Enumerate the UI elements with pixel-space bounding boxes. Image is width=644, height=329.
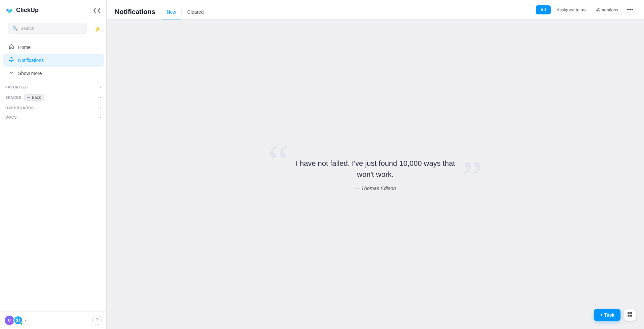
tab-cleared-label: Cleared [187,9,204,15]
grid-icon [627,311,633,319]
online-status-dot [20,322,23,325]
show-more-icon [8,70,15,77]
main-header: Notifications New Cleared All Assigned t… [107,0,644,19]
sidebar: ClickUp ❮❮ 🔍 Search ⚡ Home Notifications [0,0,107,329]
grid-view-button[interactable] [624,309,636,321]
sidebar-item-show-more-label: Show more [18,71,42,76]
open-quote-mark: “ [268,138,289,185]
docs-label: DOCS [5,115,17,119]
spaces-label: SPACES [5,95,21,100]
sidebar-item-notifications[interactable]: Notifications [3,54,104,67]
avatar-u-wrapper: U [5,316,14,325]
close-quote-mark: ” [462,154,483,201]
sidebar-section-docs[interactable]: DOCS › [0,112,106,121]
main-content-area: Notifications New Cleared All Assigned t… [107,0,644,329]
tab-new[interactable]: New [162,5,181,19]
sidebar-item-show-more[interactable]: Show more [3,67,104,80]
back-button[interactable]: ↩ Back [24,94,44,101]
sidebar-item-notifications-label: Notifications [18,58,44,63]
notifications-icon [8,57,15,64]
search-bar[interactable]: 🔍 Search [8,23,87,34]
fab-area: + Task [594,309,636,321]
spaces-left: SPACES ↩ Back [5,94,44,101]
quote-text: I have not failed. I've just found 10,00… [288,158,463,180]
svg-rect-2 [628,315,630,317]
quote-author: — Thomas Edison [288,185,463,191]
favorites-expand-icon: › [100,85,101,89]
tab-list: New Cleared [162,5,208,19]
nav-items: Home Notifications Show more [0,39,106,81]
page-title: Notifications [115,8,155,16]
dashboards-expand-icon: › [100,106,101,110]
svg-rect-0 [628,312,630,314]
help-button[interactable]: ? [92,316,102,325]
dashboards-label: DASHBOARDS [5,106,34,110]
home-icon [8,44,15,51]
svg-rect-1 [630,312,632,314]
mentions-button[interactable]: @mentions [593,5,622,14]
logo-text: ClickUp [16,7,39,14]
tab-cleared[interactable]: Cleared [182,5,208,19]
quote-container: “ I have not failed. I've just found 10,… [275,144,476,204]
assigned-to-me-button[interactable]: Assigned to me [553,5,590,14]
sidebar-section-dashboards[interactable]: DASHBOARDS › [0,102,106,112]
tab-new-label: New [167,9,176,15]
avatar-u: U [5,316,14,325]
lightning-button[interactable]: ⚡ [93,24,102,34]
avatar-dropdown-icon[interactable]: ▾ [25,318,27,323]
spaces-expand-icon: › [100,95,101,100]
header-right: All Assigned to me @mentions ••• [536,5,636,19]
avatar-sj-wrapper: SJ [16,316,23,325]
more-options-icon: ••• [627,6,633,13]
favorites-label: FAVORITES [5,85,28,89]
empty-state-container: “ I have not failed. I've just found 10,… [107,19,644,329]
search-icon: 🔍 [12,26,18,31]
add-task-button[interactable]: + Task [594,309,621,321]
svg-rect-3 [630,315,632,317]
sidebar-item-home-label: Home [18,45,31,50]
back-label: Back [32,95,41,100]
sidebar-section-spaces-row[interactable]: SPACES ↩ Back › [0,91,106,102]
search-placeholder: Search [20,26,83,31]
all-filter-button[interactable]: All [536,5,551,14]
sidebar-header: ClickUp ❮❮ [0,0,106,20]
collapse-sidebar-button[interactable]: ❮❮ [92,5,102,15]
sidebar-item-home[interactable]: Home [3,41,104,54]
back-arrow-icon: ↩ [27,95,31,100]
tab-divider [181,9,182,15]
sidebar-section-favorites[interactable]: FAVORITES › [0,81,106,91]
more-options-button[interactable]: ••• [624,5,636,15]
sidebar-bottom: U SJ ▾ ? [0,311,106,329]
logo-area: ClickUp [5,5,39,15]
clickup-logo-icon [5,5,14,15]
avatar-group[interactable]: U SJ ▾ [5,316,27,325]
header-left: Notifications New Cleared [115,5,208,19]
docs-expand-icon: › [100,115,101,120]
